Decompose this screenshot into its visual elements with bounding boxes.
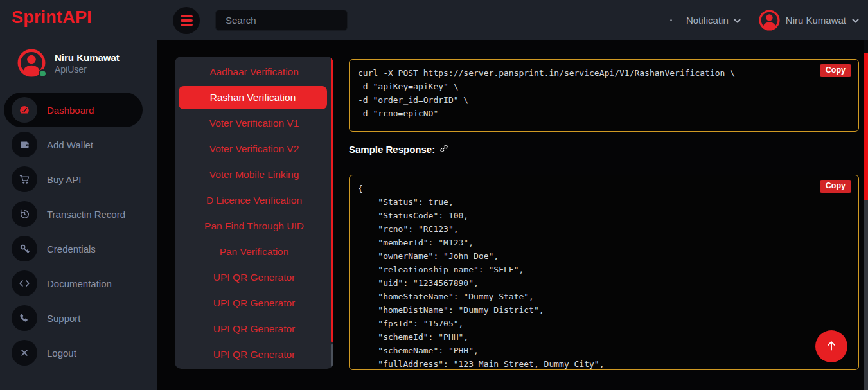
scroll-to-top-button[interactable] [815,330,847,362]
profile-avatar-icon [17,49,46,77]
page-scrollbar-thumb[interactable] [864,53,868,200]
user-name-label: Niru Kumawat [786,15,846,26]
api-menu-item-voter-verification-v2-3[interactable]: Voter Verification V2 [175,136,333,162]
response-code: { "Status": true, "StatusCode": 100, "rc… [350,175,858,370]
history-icon [12,201,37,227]
sidebar-item-transactin-record[interactable]: Transactin Record [0,197,157,231]
profile-name: Niru Kumawat [55,52,120,63]
hamburger-menu-button[interactable] [173,7,200,34]
separator-dot-icon [670,19,672,21]
sidebar-item-documentation[interactable]: Documentation [0,266,157,301]
sidebar-profile: Niru Kumawat ApiUser [0,40,157,77]
link-icon [439,144,448,155]
sidebar-item-buy-api[interactable]: Buy API [0,162,157,197]
copy-response-button[interactable]: Copy [820,180,851,193]
api-menu-scrollbar-track [331,344,333,367]
online-status-dot [39,69,47,78]
api-menu-item-upi-qr-generator-9[interactable]: UPI QR Generator [175,290,333,316]
api-menu-item-voter-verification-v1-2[interactable]: Voter Verification V1 [175,111,333,136]
sidebar: Niru Kumawat ApiUser DashboardAdd Wallet… [0,40,157,390]
copy-request-button[interactable]: Copy [820,64,851,77]
user-avatar-icon [759,10,780,31]
sidebar-nav: DashboardAdd WalletBuy APITransactin Rec… [0,93,157,370]
dashboard-icon [12,97,37,123]
api-menu-panel: Aadhaar VerificationRashan VerificationV… [175,57,333,369]
sidebar-item-logout[interactable]: Logout [0,335,157,370]
sidebar-item-label: Support [47,313,81,324]
chevron-down-icon [852,15,859,26]
x-icon [12,340,37,366]
user-dropdown[interactable]: Niru Kumawat [759,10,859,31]
api-menu-item-rashan-verification-1[interactable]: Rashan Verification [179,86,327,109]
api-menu-scrollbar[interactable] [331,57,333,369]
sidebar-item-dashboard[interactable]: Dashboard [4,93,143,127]
page-scrollbar[interactable] [864,40,868,390]
phone-icon [12,305,37,331]
api-menu-item-d-licence-verification-5[interactable]: D Licence Verification [175,188,333,213]
request-code-block: curl -X POST https://server.pansprint.in… [349,59,859,132]
sidebar-item-label: Add Wallet [47,139,93,150]
api-menu-list: Aadhaar VerificationRashan VerificationV… [175,57,333,368]
sidebar-item-add-wallet[interactable]: Add Wallet [0,127,157,162]
chevron-down-icon [734,15,741,26]
api-menu-item-upi-qr-generator-10[interactable]: UPI QR Generator [175,316,333,342]
search-input[interactable] [215,10,348,31]
sidebar-item-label: Buy API [47,174,81,185]
sidebar-item-label: Documentation [47,278,112,289]
cart-icon [12,166,37,192]
response-code-block: { "Status": true, "StatusCode": 100, "rc… [349,175,859,370]
sidebar-item-support[interactable]: Support [0,301,157,335]
api-menu-item-aadhaar-verification-0[interactable]: Aadhaar Verification [175,59,333,85]
sidebar-item-credentials[interactable]: Credentials [0,231,157,266]
notifications-label: Notificatin [686,15,729,26]
profile-role: ApiUser [55,64,120,75]
sidebar-item-label: Dashboard [47,105,94,116]
api-menu-item-pan-find-through-uid-6[interactable]: Pan Find Through UID [175,213,333,239]
api-menu-item-voter-mobile-linking-4[interactable]: Voter Mobile Linking [175,162,333,188]
notifications-dropdown[interactable]: Notificatin [686,15,741,26]
wallet-icon [12,132,37,157]
sidebar-item-label: Credentials [47,244,96,254]
api-menu-item-upi-qr-generator-8[interactable]: UPI QR Generator [175,265,333,290]
code-icon [12,270,37,296]
app-window: SprintAPI Notificatin Niru Kumawat [0,0,868,390]
topbar-right-cluster: Notificatin Niru Kumawat [670,0,859,40]
api-menu-item-upi-qr-generator-11[interactable]: UPI QR Generator [175,342,333,368]
sample-response-heading: Sample Response: [349,144,448,155]
page-scrollbar-track [864,200,868,390]
brand-logo[interactable]: SprintAPI [12,8,92,28]
sidebar-item-label: Logout [47,348,76,359]
request-code: curl -X POST https://server.pansprint.in… [350,60,858,120]
key-icon [12,236,37,261]
arrow-up-icon [824,339,838,355]
hamburger-icon [181,15,193,18]
api-menu-item-pan-verification-7[interactable]: Pan Verification [175,239,333,265]
sidebar-item-label: Transactin Record [47,209,125,220]
api-menu-scrollbar-thumb[interactable] [331,58,333,342]
